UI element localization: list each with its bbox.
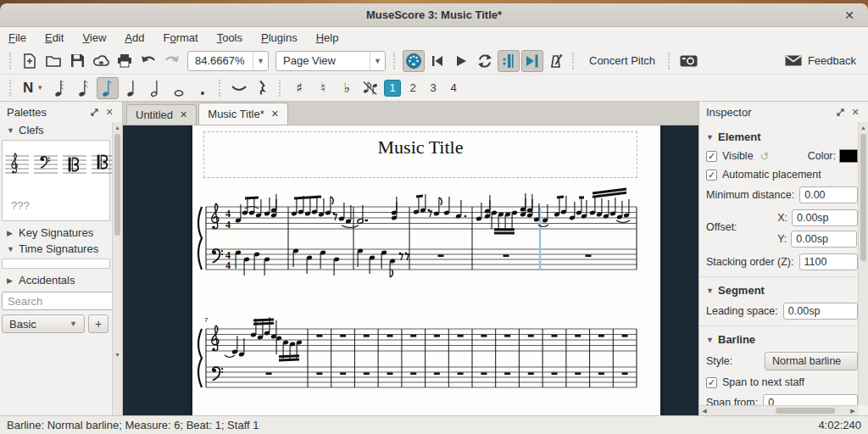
visible-checkbox[interactable]: ✓ xyxy=(706,151,717,162)
voice-1-button[interactable]: 1 xyxy=(384,80,401,97)
screenshot-button[interactable] xyxy=(677,50,699,72)
feedback-button[interactable]: Feedback xyxy=(779,50,862,72)
save-online-button[interactable] xyxy=(90,50,112,72)
float-panel-icon[interactable] xyxy=(834,106,846,118)
menu-file[interactable]: File xyxy=(8,31,26,44)
menu-plugins[interactable]: Plugins xyxy=(261,31,298,44)
toolbar-drag-handle[interactable] xyxy=(668,53,672,70)
palette-clef-alto[interactable] xyxy=(62,146,87,187)
open-file-button[interactable] xyxy=(42,50,64,72)
tab-close-icon[interactable]: ✕ xyxy=(180,109,187,120)
voice-2-button[interactable]: 2 xyxy=(404,80,421,97)
augmentation-dot-button[interactable] xyxy=(192,77,214,99)
score-canvas[interactable]: Music Title 44447 xyxy=(123,125,698,415)
play-repeats-toggle[interactable] xyxy=(498,50,520,72)
toolbar-drag-handle[interactable] xyxy=(219,80,223,97)
music-notation[interactable]: 44447 xyxy=(192,125,660,415)
offset-x-field[interactable]: 0.00sp xyxy=(792,209,858,226)
palette-section-clefs[interactable]: ▼ Clefs xyxy=(0,122,112,138)
palette-clef-bass[interactable] xyxy=(33,146,58,187)
inspector-horizontal-scrollbar[interactable]: ◀ ▶ xyxy=(699,405,858,415)
note-half-button[interactable] xyxy=(144,77,166,99)
scroll-up-icon[interactable]: ▲ xyxy=(859,122,868,132)
pan-score-toggle[interactable] xyxy=(521,50,543,72)
palette-preset-combo[interactable]: Basic ▼ xyxy=(2,314,85,333)
note-whole-button[interactable] xyxy=(168,77,190,99)
inspector-vertical-scrollbar[interactable]: ▲ xyxy=(858,122,868,405)
print-button[interactable] xyxy=(114,50,136,72)
menu-help[interactable]: Help xyxy=(316,31,339,44)
undo-button[interactable] xyxy=(137,50,159,72)
stacking-order-field[interactable]: 1100 xyxy=(799,253,858,270)
zoom-combo[interactable]: 84.6667% ▼ xyxy=(187,51,269,71)
toolbar-drag-handle[interactable] xyxy=(572,53,576,70)
toolbar-drag-handle[interactable] xyxy=(9,53,14,70)
palette-clef-treble[interactable] xyxy=(4,146,30,187)
leading-space-field[interactable]: 0.00sp xyxy=(783,303,858,320)
loop-playback-button[interactable] xyxy=(474,50,496,72)
note-quarter-button[interactable] xyxy=(120,77,142,99)
midi-input-toggle[interactable] xyxy=(403,50,425,72)
title-bar[interactable]: MuseScore 3: Music Title* ✕ xyxy=(0,3,868,27)
menu-add[interactable]: Add xyxy=(125,31,144,44)
toolbar-drag-handle[interactable] xyxy=(9,80,14,97)
rest-button[interactable] xyxy=(252,77,274,99)
minimum-distance-field[interactable]: 0.00 xyxy=(799,186,858,203)
tab-close-icon[interactable]: ✕ xyxy=(271,108,279,120)
palette-section-time-signatures[interactable]: ▼ Time Signatures xyxy=(0,241,112,257)
offset-y-field[interactable]: 0.00sp xyxy=(791,231,857,248)
palette-section-key-signatures[interactable]: ▶ Key Signatures xyxy=(0,225,112,241)
span-to-next-staff-checkbox[interactable]: ✓ xyxy=(706,377,717,388)
barline-section-header[interactable]: ▼ Barline xyxy=(706,333,858,346)
add-palette-button[interactable]: + xyxy=(88,314,108,333)
natural-button[interactable]: ♮ xyxy=(312,77,334,99)
menu-view[interactable]: View xyxy=(82,31,106,44)
automatic-placement-checkbox[interactable]: ✓ xyxy=(706,170,717,181)
new-score-button[interactable] xyxy=(19,50,41,72)
close-panel-icon[interactable]: ✕ xyxy=(849,106,861,118)
flip-direction-button[interactable] xyxy=(359,77,381,99)
palette-section-accidentals[interactable]: ▶ Accidentals xyxy=(0,272,112,288)
redo-button[interactable] xyxy=(161,50,183,72)
save-button[interactable] xyxy=(66,50,88,72)
chevron-down-icon[interactable]: ▼ xyxy=(253,52,268,70)
scroll-up-icon[interactable]: ▲ xyxy=(113,122,122,132)
flat-button[interactable]: ♭ xyxy=(336,77,358,99)
element-section-header[interactable]: ▼ Element xyxy=(706,131,858,143)
menu-edit[interactable]: Edit xyxy=(45,31,64,44)
window-close-button[interactable]: ✕ xyxy=(841,7,858,24)
metronome-button[interactable] xyxy=(545,50,567,72)
tab-untitled[interactable]: Untitled ✕ xyxy=(126,104,197,125)
rewind-button[interactable] xyxy=(426,50,448,72)
play-button[interactable] xyxy=(450,50,472,72)
float-panel-icon[interactable] xyxy=(88,106,100,118)
sharp-button[interactable]: ♯ xyxy=(288,77,310,99)
menu-tools[interactable]: Tools xyxy=(217,31,242,44)
palette-search-input[interactable] xyxy=(2,292,112,310)
voice-3-button[interactable]: 3 xyxy=(425,80,442,97)
color-swatch[interactable] xyxy=(839,149,858,163)
note-input-button[interactable]: N ▼ xyxy=(19,77,47,99)
close-panel-icon[interactable]: ✕ xyxy=(103,106,115,118)
segment-section-header[interactable]: ▼ Segment xyxy=(706,284,858,297)
note-8th-button[interactable] xyxy=(97,77,119,99)
tie-button[interactable] xyxy=(228,77,250,99)
barline-style-dropdown[interactable]: Normal barline xyxy=(765,352,858,370)
toolbar-drag-handle[interactable] xyxy=(393,53,398,70)
note-32nd-button[interactable] xyxy=(49,77,71,99)
palette-clef-tenor[interactable] xyxy=(91,146,112,187)
tab-music-title[interactable]: Music Title* ✕ xyxy=(198,103,288,125)
concert-pitch-button[interactable]: Concert Pitch xyxy=(581,54,664,67)
scroll-down-icon[interactable]: ▼ xyxy=(113,349,122,359)
span-from-field[interactable]: 0 xyxy=(763,394,858,405)
toolbar-drag-handle[interactable] xyxy=(279,80,283,97)
chevron-down-icon[interactable]: ▼ xyxy=(36,84,43,92)
reset-icon[interactable]: ↺ xyxy=(760,150,770,163)
note-16th-button[interactable] xyxy=(73,77,95,99)
score-page[interactable]: Music Title 44447 xyxy=(192,125,660,415)
menu-format[interactable]: Format xyxy=(163,31,198,44)
voice-4-button[interactable]: 4 xyxy=(445,80,462,97)
chevron-down-icon[interactable]: ▼ xyxy=(370,52,385,70)
view-mode-combo[interactable]: Page View ▼ xyxy=(275,51,386,71)
palettes-scrollbar[interactable]: ▲ ▼ xyxy=(112,122,122,415)
